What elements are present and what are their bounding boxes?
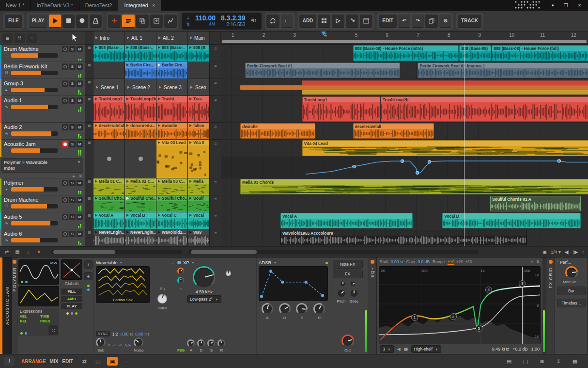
undo-button[interactable]: ↶ <box>398 15 410 28</box>
arranger-track-lane[interactable]: Vita 04 Lead <box>221 140 588 157</box>
sub-octave-options[interactable]: 0-1-2 <box>108 343 122 347</box>
add-effect-button[interactable] <box>346 15 358 28</box>
project-tab[interactable]: InTheDark V3 * <box>31 0 79 11</box>
clip-slot[interactable]: Mella <box>188 178 210 195</box>
layout-grid-icon[interactable]: ⠿ <box>15 33 25 43</box>
metronome-volume-icon[interactable] <box>251 17 257 24</box>
view-button-mix[interactable]: MIX <box>48 359 61 364</box>
filter-title[interactable]: XP <box>183 260 189 265</box>
clip-slot[interactable]: Mella 03 C... <box>156 178 188 195</box>
play-scene-icon[interactable] <box>95 36 98 39</box>
resonance-knob[interactable] <box>224 269 232 277</box>
eq-band3-handle-line[interactable] <box>522 267 523 344</box>
volume-fader[interactable] <box>11 148 58 153</box>
eq-band-handle[interactable]: 3 <box>519 280 526 287</box>
stop-button[interactable] <box>62 15 75 28</box>
track-header[interactable]: Audio 1SM∿ <box>0 96 85 123</box>
view-button-arrange[interactable]: ARRANGE <box>19 359 48 364</box>
clip-play-icon[interactable] <box>95 124 97 127</box>
clip-play-icon[interactable] <box>189 124 192 127</box>
mute-button[interactable]: M <box>77 46 83 52</box>
fx-send-knob-2[interactable] <box>349 280 356 288</box>
glide-knob[interactable] <box>349 288 359 298</box>
arranger-hscrollbar-thumb[interactable] <box>191 250 257 254</box>
clip-slot[interactable]: Berlin Fire... <box>125 62 156 79</box>
track-header[interactable]: Drum MachineSM⠿ <box>0 45 85 62</box>
clip-play-icon[interactable] <box>158 180 160 183</box>
clip-play-icon[interactable] <box>126 197 129 200</box>
volume-fader[interactable] <box>11 204 58 208</box>
clip-stop-column[interactable] <box>85 96 93 122</box>
solo-button[interactable]: S <box>69 80 76 87</box>
track-header[interactable]: Audio 6SM∿ <box>0 229 85 246</box>
fxgrid-power-button[interactable] <box>549 260 553 264</box>
launcher-hscrollbar-thumb[interactable] <box>53 250 115 254</box>
clip-stop-column[interactable] <box>85 140 93 178</box>
clip-slot[interactable]: 808 (B <box>188 45 210 62</box>
fx-tab[interactable]: Note FX <box>333 260 363 269</box>
eq-device-strip[interactable]: EQ+ <box>368 257 377 354</box>
track-header[interactable]: Audio 5SM∿ <box>0 212 85 229</box>
package-download-icon[interactable]: ⇓ <box>554 358 563 365</box>
arranger-track-lane[interactable] <box>221 79 588 96</box>
project-tab[interactable]: DemoTest2 <box>79 0 119 11</box>
detune-hz-value[interactable]: 0.00 <box>135 332 143 336</box>
env-knob-a[interactable] <box>262 303 273 315</box>
wavetable-preset-name[interactable]: Farfisa Sax <box>96 298 149 302</box>
arranger-clip[interactable]: Wavoloid1955 Acccolours <box>280 230 527 245</box>
monitor-button[interactable] <box>62 180 68 186</box>
monitor-button[interactable] <box>62 46 68 52</box>
lane-options-icon[interactable]: ≡ <box>210 212 221 229</box>
clip-play-icon[interactable] <box>158 124 160 127</box>
sync-toggle[interactable]: SYNC <box>96 331 110 336</box>
xy-display[interactable] <box>61 259 82 280</box>
launcher-hscrollbar[interactable] <box>51 250 182 254</box>
env-knob-d[interactable] <box>279 303 291 315</box>
position-time[interactable]: 0:16.553 <box>227 22 246 28</box>
eq-range-option[interactable]: ±10 <box>448 259 454 265</box>
loop-region[interactable] <box>222 40 587 43</box>
view-button-edit[interactable]: EDIT <box>60 359 75 364</box>
lane-options-icon[interactable]: ≡ <box>210 178 221 195</box>
add-scene-button[interactable] <box>360 15 372 28</box>
mixer-icon[interactable]: ≋ <box>538 358 546 365</box>
mixer-strips-icon[interactable]: ≡ <box>27 33 37 43</box>
clip-play-icon[interactable] <box>158 97 160 100</box>
volume-fader[interactable] <box>11 131 58 136</box>
clip-slot[interactable]: 808 (Bass-.. <box>93 45 125 62</box>
fxgrid-device-strip[interactable]: FX GRID <box>546 257 555 354</box>
clip-play-icon[interactable] <box>126 214 129 217</box>
clip-play-icon[interactable] <box>126 231 129 234</box>
lane-options-icon[interactable]: ≡ <box>210 195 221 212</box>
eq-band-handle[interactable]: 2 <box>450 313 457 320</box>
filter-env-knob-a[interactable] <box>187 339 195 347</box>
arranger-clip[interactable]: Vita 04 Lead <box>302 140 588 156</box>
clip-stop-column[interactable] <box>85 178 93 195</box>
record-button[interactable] <box>76 15 88 28</box>
play-scene-icon[interactable] <box>190 36 192 39</box>
eq-power-button[interactable] <box>371 260 374 264</box>
clip-play-icon[interactable] <box>126 124 129 127</box>
clip-play-icon[interactable] <box>189 231 192 234</box>
eq-range-option[interactable]: ±20 <box>456 259 463 264</box>
arranger-clip[interactable]: 808 (Bass-08) - House Force (intro) <box>353 45 459 61</box>
keyboard-icon[interactable]: ▦ <box>571 358 579 365</box>
eq-band-select[interactable]: 3▼ <box>380 345 394 353</box>
filter-mod-knob[interactable] <box>177 268 184 274</box>
tempo-value[interactable]: 110.00 <box>195 14 216 22</box>
clip-slot[interactable]: Tras <box>188 96 210 122</box>
clip-slot[interactable]: TrashLoop2b <box>125 96 156 122</box>
monitor-button[interactable] <box>62 64 68 70</box>
clip-play-icon[interactable] <box>158 197 160 200</box>
monitor-button[interactable] <box>62 124 68 130</box>
clip-slot[interactable]: Soulful Cho... <box>125 195 156 212</box>
solo-button[interactable]: S <box>69 197 76 203</box>
clip-play-icon[interactable] <box>189 180 192 183</box>
solo-button[interactable]: S <box>69 141 76 147</box>
volume-fader[interactable] <box>11 71 58 75</box>
clip-slot[interactable]: NeverEngin... <box>125 229 156 246</box>
eq-q-value[interactable]: 1.00 <box>531 347 540 352</box>
cutoff-value[interactable]: 4.59 kHz <box>196 289 213 294</box>
add-button[interactable]: ADD <box>299 15 317 28</box>
eq-freq-value[interactable]: 9.49 kHz <box>492 347 510 352</box>
